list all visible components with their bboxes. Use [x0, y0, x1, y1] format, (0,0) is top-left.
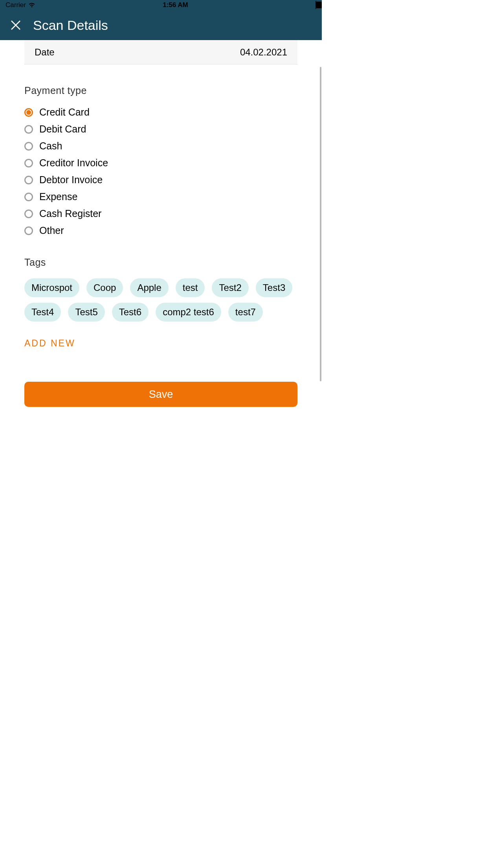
carrier-label: Carrier — [6, 1, 26, 9]
wifi-icon — [28, 2, 35, 8]
payment-type-label: Expense — [39, 191, 77, 202]
tag-chip[interactable]: Test2 — [212, 278, 248, 297]
radio-icon — [24, 108, 33, 117]
payment-type-label: Cash — [39, 140, 62, 152]
payment-type-label: Debtor Invoice — [39, 174, 103, 186]
payment-type-option[interactable]: Debtor Invoice — [24, 174, 297, 186]
radio-icon — [24, 142, 33, 151]
date-label: Date — [35, 47, 55, 58]
radio-icon — [24, 226, 33, 235]
tag-chip[interactable]: test — [176, 278, 205, 297]
header-bar: Scan Details — [0, 10, 322, 40]
tag-chip[interactable]: test7 — [228, 303, 263, 322]
date-value: 04.02.2021 — [240, 47, 287, 58]
scrollbar[interactable] — [320, 67, 321, 381]
status-bar: Carrier 1:56 AM — [0, 0, 322, 10]
close-button[interactable] — [8, 17, 24, 33]
payment-type-option[interactable]: Credit Card — [24, 107, 297, 118]
tag-chip[interactable]: comp2 test6 — [156, 303, 221, 322]
tag-chip[interactable]: Test5 — [68, 303, 105, 322]
status-time: 1:56 AM — [163, 1, 188, 9]
tag-chip[interactable]: Apple — [130, 278, 168, 297]
tag-chip[interactable]: Coop — [86, 278, 123, 297]
tag-chip[interactable]: Test3 — [256, 278, 292, 297]
radio-icon — [24, 176, 33, 184]
status-right — [316, 1, 316, 9]
payment-type-label: Creditor Invoice — [39, 157, 108, 169]
radio-icon — [24, 193, 33, 201]
tags-header: Tags — [24, 257, 297, 268]
close-icon — [11, 20, 21, 30]
payment-type-label: Cash Register — [39, 208, 101, 219]
tag-chip[interactable]: Test6 — [112, 303, 149, 322]
payment-type-label: Debit Card — [39, 123, 86, 135]
payment-type-option[interactable]: Cash Register — [24, 208, 297, 219]
battery-icon — [316, 1, 316, 9]
status-left: Carrier — [6, 1, 35, 9]
payment-type-option[interactable]: Other — [24, 225, 297, 236]
tag-chip[interactable]: Test4 — [24, 303, 61, 322]
radio-icon — [24, 159, 33, 167]
content-area: Date 04.02.2021 Payment type Credit Card… — [0, 40, 322, 407]
radio-icon — [24, 125, 33, 134]
payment-type-header: Payment type — [24, 85, 297, 96]
payment-type-option[interactable]: Creditor Invoice — [24, 157, 297, 169]
page-title: Scan Details — [33, 18, 108, 33]
payment-type-label: Credit Card — [39, 107, 90, 118]
add-new-tag-button[interactable]: ADD NEW — [24, 338, 297, 349]
radio-icon — [24, 210, 33, 218]
payment-type-list: Credit CardDebit CardCashCreditor Invoic… — [24, 107, 297, 236]
payment-type-label: Other — [39, 225, 64, 236]
save-button[interactable]: Save — [24, 382, 297, 407]
payment-type-option[interactable]: Debit Card — [24, 123, 297, 135]
date-row[interactable]: Date 04.02.2021 — [24, 40, 297, 64]
tag-chip[interactable]: Microspot — [24, 278, 79, 297]
payment-type-option[interactable]: Expense — [24, 191, 297, 202]
tags-container: MicrospotCoopAppletestTest2Test3Test4Tes… — [24, 278, 297, 322]
payment-type-option[interactable]: Cash — [24, 140, 297, 152]
